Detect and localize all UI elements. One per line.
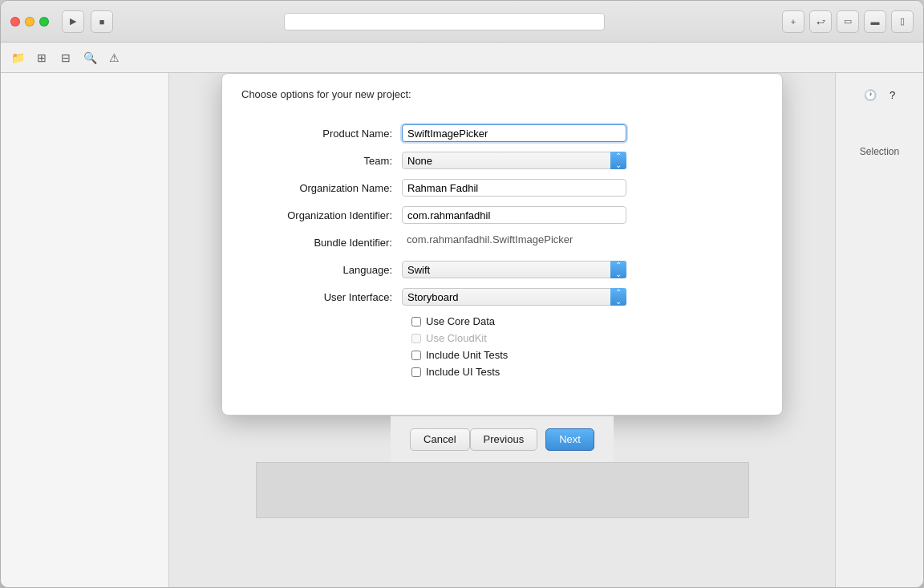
product-name-row: Product Name: [241,124,763,142]
close-button[interactable] [10,17,20,26]
nav-buttons: Previous Next [470,428,594,451]
org-name-input[interactable] [402,179,626,197]
product-name-label: Product Name: [241,128,402,140]
org-id-label: Organization Identifier: [241,209,402,221]
use-core-data-checkbox[interactable] [411,317,421,326]
selection-text: Selection [860,146,899,157]
use-core-data-label[interactable]: Use Core Data [426,315,495,327]
include-ui-tests-label[interactable]: Include UI Tests [426,366,500,378]
add-button[interactable]: + [782,10,804,33]
ui-select[interactable]: Storyboard SwiftUI [402,288,626,306]
bundle-id-value: com.rahmanfadhil.SwiftImagePicker [402,233,573,251]
next-button[interactable]: Next [545,428,594,451]
include-unit-tests-label[interactable]: Include Unit Tests [426,349,508,361]
titlebar-search [284,13,605,30]
use-core-data-row: Use Core Data [411,315,763,327]
ui-select-arrow: ⌃⌄ [610,288,626,306]
center-area: Choose options for your new project: Pro… [169,73,835,587]
include-ui-tests-checkbox[interactable] [411,367,421,377]
titlebar-right-buttons: + ⮐ ▭ ▬ ▯ [782,10,914,33]
main-window: ▶ ■ + ⮐ ▭ ▬ ▯ 📁 ⊞ ⊟ 🔍 ⚠ Choose options f… [0,0,924,588]
search-icon[interactable]: 🔍 [81,49,99,67]
layout-btn3[interactable]: ▯ [891,10,914,33]
clock-icon: 🕐 [864,89,877,101]
back-button[interactable]: ⮐ [809,10,832,33]
bottom-bar: Cancel Previous Next [391,416,614,462]
use-cloudkit-label: Use CloudKit [426,332,487,344]
right-panel: 🕐 ? Selection [835,73,923,587]
bundle-id-label: Bundle Identifier: [241,237,402,249]
use-cloudkit-row: Use CloudKit [411,332,763,344]
team-select-arrow: ⌃⌄ [610,152,626,169]
dialog-title: Choose options for your new project: [241,88,411,100]
language-select-wrapper: Swift Objective-C ⌃⌄ [402,261,626,278]
include-unit-tests-row: Include Unit Tests [411,349,763,361]
warning-icon[interactable]: ⚠ [105,49,123,67]
traffic-lights [10,17,49,26]
team-label: Team: [241,155,402,167]
org-id-input[interactable] [402,206,626,224]
language-label: Language: [241,264,402,276]
language-select[interactable]: Swift Objective-C [402,261,626,278]
help-icon: ? [890,89,895,101]
navigator-icon[interactable]: 📁 [9,49,26,67]
org-id-row: Organization Identifier: [241,206,763,224]
team-select-wrapper: None ⌃⌄ [402,152,626,169]
play-button[interactable]: ▶ [62,10,84,33]
stop-button[interactable]: ■ [91,10,113,33]
team-row: Team: None ⌃⌄ [241,152,763,169]
org-name-label: Organization Name: [241,182,402,194]
toolbar: 📁 ⊞ ⊟ 🔍 ⚠ [1,43,923,73]
main-area: Choose options for your new project: Pro… [1,73,923,587]
ui-row: User Interface: Storyboard SwiftUI ⌃⌄ [241,288,763,306]
bundle-id-row: Bundle Identifier: com.rahmanfadhil.Swif… [241,233,763,251]
left-panel [1,73,169,587]
use-cloudkit-checkbox[interactable] [411,334,421,343]
checkboxes-area: Use Core Data Use CloudKit Include Unit … [411,315,763,378]
titlebar: ▶ ■ + ⮐ ▭ ▬ ▯ [1,1,923,43]
ui-label: User Interface: [241,291,402,303]
minimize-button[interactable] [25,17,34,26]
dialog-body: Product Name: Team: None ⌃⌄ [222,112,782,415]
hierarchy-icon[interactable]: ⊟ [57,49,75,67]
below-dialog-area [256,462,749,518]
previous-button[interactable]: Previous [470,428,538,451]
bookmark-icon[interactable]: ⊞ [33,49,51,67]
cancel-button[interactable]: Cancel [410,428,469,451]
maximize-button[interactable] [39,17,49,26]
ui-select-wrapper: Storyboard SwiftUI ⌃⌄ [402,288,626,306]
dialog-header: Choose options for your new project: [222,74,782,112]
new-project-dialog: Choose options for your new project: Pro… [221,73,783,416]
language-select-arrow: ⌃⌄ [610,261,626,278]
include-unit-tests-checkbox[interactable] [411,351,421,360]
language-row: Language: Swift Objective-C ⌃⌄ [241,261,763,278]
right-panel-icons: 🕐 ? [864,89,895,101]
layout-btn1[interactable]: ▭ [837,10,859,33]
team-select[interactable]: None [402,152,626,169]
product-name-input[interactable] [402,124,626,142]
org-name-row: Organization Name: [241,179,763,197]
include-ui-tests-row: Include UI Tests [411,366,763,378]
layout-btn2[interactable]: ▬ [864,10,886,33]
